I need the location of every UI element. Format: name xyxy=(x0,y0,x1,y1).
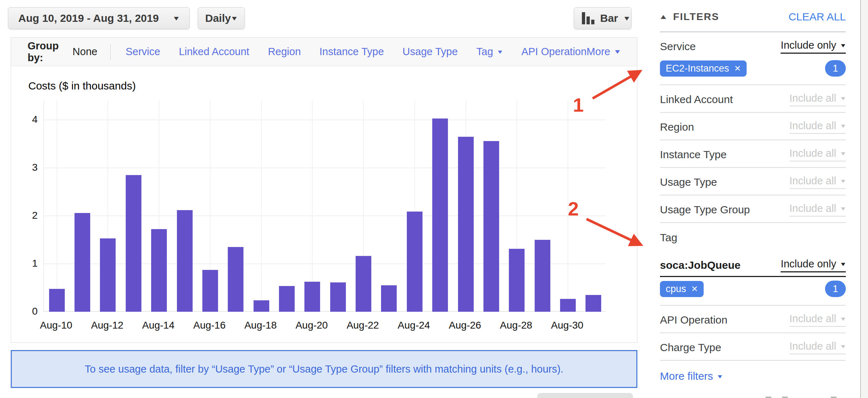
x-axis-tick-label: Aug-16 xyxy=(183,320,236,331)
filter-label-linked-account: Linked Account xyxy=(660,93,733,106)
filter-row-soca-jobqueue: soca:JobQueueInclude only▼ xyxy=(660,251,846,277)
bar-aug-14[interactable] xyxy=(151,229,167,312)
group-by-option-service[interactable]: Service xyxy=(126,46,160,58)
bar-aug-30[interactable] xyxy=(560,299,576,312)
bar-aug-11[interactable] xyxy=(74,213,90,312)
bar-aug-23[interactable] xyxy=(381,285,397,312)
filter-chips-row-soca-jobqueue: cpus✕1 xyxy=(660,280,846,305)
filter-row-instance-type: Instance TypeInclude all▼ xyxy=(660,140,846,167)
filter-row-service: ServiceInclude only▼ xyxy=(660,32,846,59)
x-axis-tick-label: Aug-28 xyxy=(489,320,543,331)
filter-mode-dropdown-api-operation: Include all▼ xyxy=(790,313,846,327)
filter-mode-dropdown-region: Include all▼ xyxy=(790,120,846,134)
clear-all-link[interactable]: CLEAR ALL xyxy=(789,11,846,23)
bar-aug-28[interactable] xyxy=(509,249,525,312)
filter-row-usage-type-group: Usage Type GroupInclude all▼ xyxy=(660,195,846,222)
chevron-down-icon: ▼ xyxy=(840,123,847,128)
annotation-label-2: 2 xyxy=(568,199,579,218)
bar-aug-15[interactable] xyxy=(177,210,193,312)
filter-row-usage-type: Usage TypeInclude all▼ xyxy=(660,168,846,195)
group-by-option-instance-type[interactable]: Instance Type xyxy=(319,46,384,58)
filter-row-api-operation: API OperationInclude all▼ xyxy=(660,306,846,333)
group-by-option-label: Tag xyxy=(476,46,493,58)
bar-aug-21[interactable] xyxy=(330,282,346,312)
bar-aug-18[interactable] xyxy=(254,300,269,312)
chart-type-button[interactable]: Bar ▼ xyxy=(574,7,632,29)
remove-chip-icon[interactable]: ✕ xyxy=(691,284,698,294)
bar-aug-16[interactable] xyxy=(202,270,218,312)
chip-group: cpus✕ xyxy=(660,281,704,297)
x-axis-tick-label: Aug-22 xyxy=(336,320,390,331)
group-by-option-usage-type[interactable]: Usage Type xyxy=(402,46,458,58)
gridline xyxy=(261,101,262,312)
filter-label-service: Service xyxy=(660,40,696,53)
bar-aug-31[interactable] xyxy=(585,295,601,312)
more-filters-link[interactable]: More filters ▼ xyxy=(660,361,846,382)
chevron-down-icon: ▼ xyxy=(717,374,724,379)
chevron-down-icon: ▼ xyxy=(840,316,847,321)
clipped-content-fragment xyxy=(766,397,771,398)
filters-panel: ▲ FILTERS CLEAR ALL ServiceInclude only▼… xyxy=(660,0,846,382)
y-axis-tick-label: 4 xyxy=(17,114,38,125)
x-axis-tick-label: Aug-10 xyxy=(29,320,83,331)
filter-label-usage-type: Usage Type xyxy=(660,176,717,188)
filter-sections: ServiceInclude only▼EC2-Instances✕1Linke… xyxy=(660,32,846,361)
group-by-selected: None xyxy=(73,46,97,58)
filter-mode-value: Include all xyxy=(790,120,836,132)
filter-row-tag: Tag xyxy=(660,223,846,251)
filter-label-instance-type: Instance Type xyxy=(660,149,727,161)
filter-count-badge: 1 xyxy=(825,60,846,77)
filter-mode-dropdown-soca-jobqueue[interactable]: Include only▼ xyxy=(781,258,846,272)
chip-label: EC2-Instances xyxy=(666,63,729,74)
filter-label-charge-type: Charge Type xyxy=(660,341,721,354)
filter-mode-dropdown-usage-type-group: Include all▼ xyxy=(790,203,846,217)
bar-aug-22[interactable] xyxy=(356,256,371,312)
filter-mode-value: Include all xyxy=(790,203,836,214)
filter-chips-row-service: EC2-Instances✕1 xyxy=(660,59,846,84)
bar-aug-20[interactable] xyxy=(304,282,320,312)
bar-aug-26[interactable] xyxy=(458,137,474,312)
group-by-option-tag[interactable]: Tag▼ xyxy=(476,46,503,58)
collapse-up-icon[interactable]: ▲ xyxy=(659,13,668,21)
chart-type-value: Bar xyxy=(600,12,618,24)
gridline xyxy=(44,168,606,168)
bar-aug-19[interactable] xyxy=(279,286,295,312)
chevron-down-icon: ▼ xyxy=(613,49,622,55)
filter-chip-cpus[interactable]: cpus✕ xyxy=(660,281,704,297)
chevron-down-icon: ▼ xyxy=(840,43,847,48)
x-axis-tick-label: Aug-12 xyxy=(80,320,134,331)
usage-data-notice: To see usage data, filter by “Usage Type… xyxy=(11,350,637,388)
filter-mode-value: Include all xyxy=(790,147,836,159)
bar-aug-10[interactable] xyxy=(49,289,65,312)
bar-aug-12[interactable] xyxy=(100,238,116,312)
panel-scrollbar-gutter[interactable] xyxy=(860,0,868,398)
y-axis-tick-label: 1 xyxy=(17,258,38,269)
bar-aug-24[interactable] xyxy=(407,212,423,312)
filter-row-linked-account: Linked AccountInclude all▼ xyxy=(660,85,846,112)
bar-chart-icon xyxy=(582,12,594,24)
group-by-option-region[interactable]: Region xyxy=(268,46,301,58)
bar-aug-25[interactable] xyxy=(432,118,448,312)
clipped-content-fragment xyxy=(831,397,836,398)
granularity-button[interactable]: Daily ▼ xyxy=(198,7,245,29)
filter-chip-ec2-instances[interactable]: EC2-Instances✕ xyxy=(660,60,747,77)
y-axis-tick-label: 0 xyxy=(17,306,38,317)
filter-label-region: Region xyxy=(660,121,694,133)
bar-aug-17[interactable] xyxy=(228,247,243,312)
remove-chip-icon[interactable]: ✕ xyxy=(734,64,741,73)
partially-visible-button[interactable] xyxy=(537,393,633,398)
date-range-button[interactable]: Aug 10, 2019 - Aug 31, 2019 ▼ xyxy=(8,7,190,29)
group-by-more-link[interactable]: More ▼ xyxy=(587,46,621,58)
filter-mode-value: Include only xyxy=(781,258,836,270)
filter-mode-dropdown-service[interactable]: Include only▼ xyxy=(781,39,846,54)
group-by-option-api-operation[interactable]: API Operation xyxy=(521,46,587,58)
filter-count-badge: 1 xyxy=(825,281,846,297)
group-by-option-linked-account[interactable]: Linked Account xyxy=(179,46,249,58)
bar-aug-27[interactable] xyxy=(483,141,499,312)
x-axis-tick-label: Aug-18 xyxy=(234,320,288,331)
chevron-down-icon: ▼ xyxy=(230,15,238,21)
bar-aug-29[interactable] xyxy=(535,240,550,312)
gridline xyxy=(57,101,57,312)
bar-aug-13[interactable] xyxy=(126,175,141,312)
group-by-label: Group by: xyxy=(28,40,67,64)
